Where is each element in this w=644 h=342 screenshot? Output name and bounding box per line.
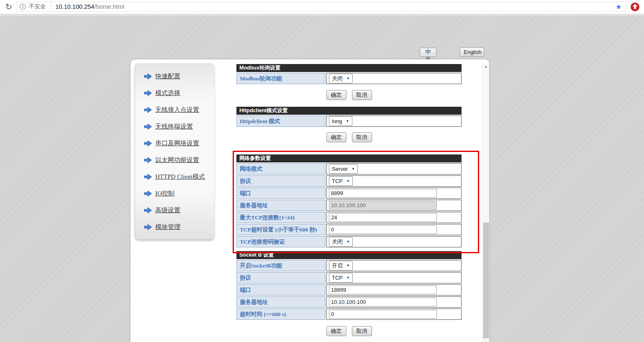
blue-arrow-icon bbox=[144, 90, 152, 96]
socketb-protocol-select[interactable]: TCP▼ bbox=[329, 273, 353, 283]
extension-icon[interactable] bbox=[630, 2, 640, 12]
modbus-poll-function-select[interactable]: 关闭▼ bbox=[329, 74, 353, 83]
port-input[interactable] bbox=[329, 189, 437, 198]
table-row: 开启SocketB功能开启▼ bbox=[236, 260, 462, 271]
language-chinese-button[interactable]: 中文 bbox=[420, 48, 436, 57]
sidebar-item-4[interactable]: 无线终端设置 bbox=[135, 118, 214, 135]
sidebar-item-9[interactable]: 高级设置 bbox=[135, 202, 214, 219]
sidebar-item-label[interactable]: 以太网功能设置 bbox=[155, 156, 199, 164]
browser-toolbar: ↻ ⓘ 不安全 10.10.100.254/home.html ★ bbox=[0, 0, 644, 14]
dropdown-arrow-icon: ▼ bbox=[352, 167, 355, 171]
httpdclient-mode-select[interactable]: long▼ bbox=[329, 116, 352, 126]
value-cell: 关闭▼ bbox=[326, 236, 462, 247]
address-bar[interactable]: ⓘ 不安全 10.10.100.254/home.html ★ bbox=[16, 2, 626, 12]
tcp-password-auth-select[interactable]: 关闭▼ bbox=[329, 237, 353, 247]
language-english-button[interactable]: English bbox=[460, 47, 484, 57]
table-row: TCP连接密码验证关闭▼ bbox=[236, 236, 462, 247]
sidebar-item-7[interactable]: HTTPD Client模式 bbox=[135, 168, 214, 185]
blue-arrow-icon bbox=[144, 174, 152, 180]
sidebar-item-6[interactable]: 以太网功能设置 bbox=[135, 152, 214, 168]
section-title: Httpdclient模式设置 bbox=[236, 107, 462, 115]
ok-button[interactable]: 确定 bbox=[326, 132, 346, 142]
blue-arrow-icon bbox=[144, 207, 152, 213]
section-title: Socket B 设置 bbox=[236, 251, 462, 259]
sidebar-item-8[interactable]: IO控制 bbox=[135, 185, 214, 202]
sidebar-item-label[interactable]: 无线终端设置 bbox=[155, 123, 193, 131]
sidebar-item-label[interactable]: IO控制 bbox=[155, 190, 174, 198]
dropdown-arrow-icon: ▼ bbox=[346, 240, 350, 244]
network-mode-label: 网络模式 bbox=[236, 163, 326, 175]
blue-arrow-icon bbox=[144, 190, 152, 197]
sidebar-item-3[interactable]: 无线接入点设置 bbox=[135, 101, 214, 118]
ok-button[interactable]: 确定 bbox=[326, 326, 346, 336]
security-label: 不安全 bbox=[29, 3, 46, 10]
url-text: 10.10.100.254/home.html bbox=[56, 3, 615, 10]
socketb-protocol-label: 协议 bbox=[236, 272, 326, 283]
max-tcp-connections-input[interactable] bbox=[329, 213, 437, 222]
info-icon[interactable]: ⓘ bbox=[20, 3, 26, 11]
socketb-enable-label: 开启SocketB功能 bbox=[236, 260, 326, 271]
sidebar-item-label[interactable]: 模式选择 bbox=[155, 89, 180, 97]
section-socket-b: Socket B 设置 开启SocketB功能开启▼协议TCP▼端口服务器地址超… bbox=[236, 251, 462, 320]
cancel-button[interactable]: 取消 bbox=[352, 132, 372, 142]
table-row: Modbus轮询功能关闭▼ bbox=[236, 73, 462, 84]
socketb-server-address-input[interactable] bbox=[329, 298, 437, 306]
table-row: 网络模式Server▼ bbox=[236, 163, 462, 175]
scrollbar-thumb[interactable] bbox=[483, 223, 489, 338]
socketb-port-label: 端口 bbox=[236, 284, 326, 296]
value-cell: TCP▼ bbox=[326, 272, 462, 283]
blue-arrow-icon bbox=[144, 140, 152, 147]
select-value: TCP bbox=[332, 178, 343, 184]
tcp-timeout-label: TCP超时设置 (小于等于600 秒) bbox=[236, 224, 326, 235]
select-value: 关闭 bbox=[332, 238, 343, 246]
value-cell: Server▼ bbox=[326, 163, 462, 175]
socketb-server-address-label: 服务器地址 bbox=[236, 296, 326, 308]
cancel-button[interactable]: 取消 bbox=[352, 326, 372, 336]
socketb-enable-select[interactable]: 开启▼ bbox=[329, 261, 353, 270]
sidebar-item-label[interactable]: 高级设置 bbox=[155, 206, 180, 214]
sidebar-item-label[interactable]: 无线接入点设置 bbox=[155, 106, 199, 114]
sidebar-item-label[interactable]: 快速配置 bbox=[155, 72, 180, 80]
table-row: TCP超时设置 (小于等于600 秒) bbox=[236, 224, 462, 235]
value-cell bbox=[326, 224, 462, 235]
scroll-up-icon[interactable]: ▲ bbox=[482, 63, 489, 70]
socketb-timeout-input[interactable] bbox=[329, 310, 437, 319]
dropdown-arrow-icon: ▼ bbox=[346, 264, 350, 267]
dropdown-arrow-icon: ▼ bbox=[346, 119, 349, 123]
protocol-select[interactable]: TCP▼ bbox=[329, 176, 353, 186]
bookmark-star-icon[interactable]: ★ bbox=[615, 3, 623, 11]
sidebar-item-10[interactable]: 模块管理 bbox=[135, 219, 214, 235]
value-cell bbox=[326, 309, 462, 320]
table-row: 超时时间 (<=600 s) bbox=[236, 309, 462, 320]
sidebar-item-1[interactable]: 快速配置 bbox=[135, 68, 214, 85]
ok-button[interactable]: 确定 bbox=[326, 90, 346, 100]
blue-arrow-icon bbox=[144, 73, 152, 80]
sidebar-item-2[interactable]: 模式选择 bbox=[135, 85, 214, 101]
blue-arrow-icon bbox=[144, 107, 152, 113]
modbus-poll-function-label: Modbus轮询功能 bbox=[236, 73, 326, 84]
dropdown-arrow-icon: ▼ bbox=[346, 77, 350, 80]
sidebar-item-label[interactable]: 模块管理 bbox=[155, 223, 180, 231]
socketb-timeout-label: 超时时间 (<=600 s) bbox=[236, 309, 326, 320]
sidebar-item-5[interactable]: 串口及网络设置 bbox=[135, 135, 214, 152]
red-up-arrow-icon bbox=[630, 2, 640, 12]
section-title: Modbus轮询设置 bbox=[236, 64, 462, 72]
select-value: 关闭 bbox=[332, 75, 343, 82]
table-row: Httpdclient 模式long▼ bbox=[236, 116, 462, 127]
select-value: 开启 bbox=[332, 262, 343, 270]
value-cell: long▼ bbox=[326, 116, 462, 127]
socketb-port-input[interactable] bbox=[329, 285, 437, 294]
network-mode-select[interactable]: Server▼ bbox=[329, 164, 358, 174]
sidebar-item-label[interactable]: HTTPD Client模式 bbox=[155, 173, 205, 181]
value-cell bbox=[326, 296, 462, 308]
modbus-button-row: 确定 取消 bbox=[236, 90, 462, 100]
value-cell: 关闭▼ bbox=[326, 73, 462, 84]
table-row: 最大TCP连接数(1~24) bbox=[236, 212, 462, 223]
content-scrollbar[interactable]: ▲ bbox=[482, 63, 489, 342]
server-address-input bbox=[329, 201, 437, 210]
sidebar-item-label[interactable]: 串口及网络设置 bbox=[155, 139, 199, 147]
value-cell: 开启▼ bbox=[326, 260, 462, 271]
tcp-timeout-input[interactable] bbox=[329, 225, 437, 234]
cancel-button[interactable]: 取消 bbox=[352, 90, 372, 100]
reload-icon[interactable]: ↻ bbox=[4, 1, 14, 12]
